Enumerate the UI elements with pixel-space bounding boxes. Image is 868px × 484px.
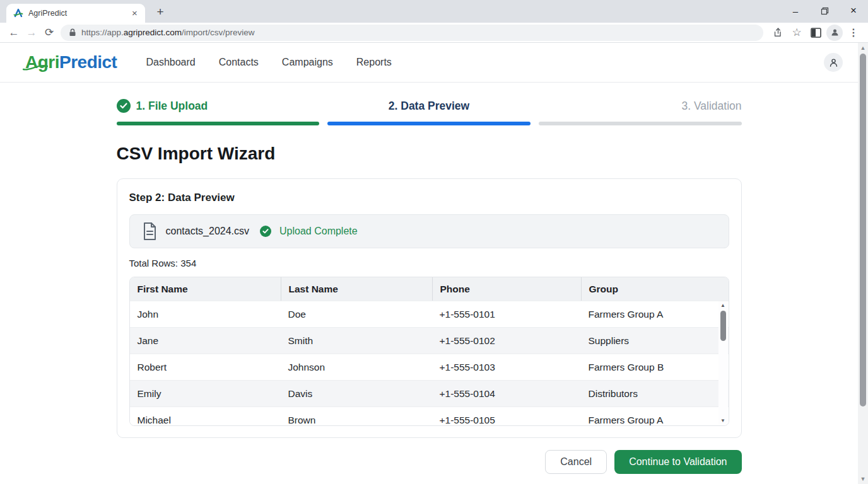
file-name: contacts_2024.csv — [166, 226, 250, 237]
url-bar[interactable]: https://app.agripredict.com/import/csv/p… — [61, 25, 763, 41]
table-cell: Distributors — [581, 388, 729, 400]
upload-status-text: Upload Complete — [279, 226, 358, 237]
scroll-up-icon[interactable]: ▲ — [858, 45, 868, 51]
favicon-agripredict-icon — [13, 8, 23, 18]
agripredict-logo: AgriPredict — [25, 52, 117, 72]
table-cell: Farmers Group A — [581, 309, 729, 320]
app-header: AgriPredict DashboardContactsCampaignsRe… — [0, 43, 868, 83]
scroll-up-icon[interactable]: ▲ — [718, 302, 728, 308]
page-scrollbar-thumb[interactable] — [860, 54, 866, 406]
tab-close-icon[interactable]: × — [129, 8, 140, 19]
main-nav: DashboardContactsCampaignsReports — [146, 57, 391, 68]
step-validation[interactable]: 3. Validation — [539, 98, 742, 125]
table-cell: Farmers Group A — [581, 415, 729, 426]
logo-swoosh-icon — [23, 62, 48, 71]
new-tab-button[interactable]: + — [152, 4, 168, 20]
step-file-upload[interactable]: 1. File Upload — [117, 98, 320, 125]
table-cell: +1-555-0104 — [432, 388, 581, 400]
window-close-button[interactable]: × — [839, 0, 868, 21]
window-restore-button[interactable] — [810, 0, 839, 21]
page-title: CSV Import Wizard — [117, 144, 742, 164]
preview-table: First NameLast NamePhoneGroup JohnDoe+1-… — [129, 277, 729, 426]
table-cell: Davis — [281, 388, 432, 400]
back-button[interactable]: ← — [5, 24, 23, 42]
table-cell: Suppliers — [581, 335, 729, 347]
browser-profile-button[interactable] — [825, 25, 844, 41]
table-cell: Robert — [130, 362, 281, 373]
scroll-down-icon[interactable]: ▼ — [858, 476, 868, 482]
avatar — [826, 25, 843, 41]
share-icon[interactable] — [768, 27, 787, 38]
step-progress-bar — [117, 122, 320, 125]
table-cell: Doe — [281, 309, 432, 320]
user-profile-button[interactable] — [824, 53, 843, 72]
forward-button[interactable]: → — [23, 24, 40, 42]
url-text: https://app.agripredict.com/import/csv/p… — [81, 28, 255, 37]
table-scrollbar[interactable]: ▲ ▼ — [718, 301, 728, 425]
step-progress-bar — [327, 122, 531, 125]
table-row: JaneSmith+1-555-0102Suppliers — [130, 327, 729, 354]
table-cell: +1-555-0102 — [432, 335, 581, 347]
step-label: 3. Validation — [681, 100, 741, 113]
bookmark-star-icon[interactable]: ☆ — [787, 26, 806, 39]
table-row: JohnDoe+1-555-0101Farmers Group A — [130, 301, 729, 327]
window-minimize-button[interactable]: – — [781, 0, 810, 21]
table-cell: Farmers Group B — [581, 362, 729, 373]
table-cell: +1-555-0101 — [432, 309, 581, 320]
column-header: First Name — [130, 277, 281, 301]
side-panel-icon[interactable] — [806, 28, 825, 38]
upload-complete-check-icon — [260, 226, 271, 237]
file-document-icon — [142, 222, 158, 241]
table-cell: Michael — [130, 415, 281, 426]
scroll-down-icon[interactable]: ▼ — [718, 418, 728, 424]
table-cell: +1-555-0105 — [432, 415, 581, 426]
table-row: MichaelBrown+1-555-0105Farmers Group A — [130, 406, 729, 426]
column-header: Phone — [432, 277, 581, 301]
column-header: Group — [581, 277, 729, 301]
total-rows-label: Total Rows: 354 — [129, 258, 729, 268]
table-row: EmilyDavis+1-555-0104Distributors — [130, 380, 729, 406]
tab-title: AgriPredict — [28, 9, 129, 18]
import-stepper: 1. File Upload 2. Data Preview 3. Valida… — [117, 98, 742, 125]
card-heading: Step 2: Data Preview — [129, 192, 729, 204]
step-complete-check-icon — [117, 99, 131, 113]
table-scrollbar-thumb[interactable] — [720, 311, 726, 341]
window-controls: – × — [781, 0, 868, 21]
table-header-row: First NameLast NamePhoneGroup — [130, 277, 729, 301]
step-progress-bar — [539, 122, 742, 125]
step-label: 2. Data Preview — [389, 100, 469, 113]
table-cell: Brown — [281, 415, 432, 426]
table-cell: Smith — [281, 335, 432, 347]
nav-item-dashboard[interactable]: Dashboard — [146, 57, 195, 68]
nav-item-campaigns[interactable]: Campaigns — [282, 57, 333, 68]
page-content: 1. File Upload 2. Data Preview 3. Valida… — [0, 83, 858, 484]
table-cell: John — [130, 309, 281, 320]
step-data-preview[interactable]: 2. Data Preview — [327, 98, 531, 125]
table-cell: +1-555-0103 — [432, 362, 581, 373]
page-scrollbar[interactable]: ▲ ▼ — [858, 43, 868, 484]
table-cell: Johnson — [281, 362, 432, 373]
table-cell: Emily — [130, 388, 281, 400]
uploaded-file-box: contacts_2024.csv Upload Complete — [129, 214, 729, 248]
data-preview-card: Step 2: Data Preview contacts_2024.csv U… — [117, 178, 742, 438]
table-body: JohnDoe+1-555-0101Farmers Group AJaneSmi… — [130, 301, 729, 426]
reload-button[interactable]: ⟳ — [40, 24, 58, 42]
continue-to-validation-button[interactable]: Continue to Validation — [614, 450, 741, 474]
restore-icon — [821, 7, 829, 15]
cancel-button[interactable]: Cancel — [545, 450, 607, 474]
wizard-footer-actions: Cancel Continue to Validation — [117, 450, 742, 474]
step-label: 1. File Upload — [136, 100, 208, 113]
column-header: Last Name — [281, 277, 432, 301]
table-row: RobertJohnson+1-555-0103Farmers Group B — [130, 354, 729, 380]
nav-item-contacts[interactable]: Contacts — [219, 57, 259, 68]
browser-tab-agripredict[interactable]: AgriPredict × — [6, 4, 145, 23]
lock-icon — [69, 28, 76, 37]
browser-tabstrip: AgriPredict × + – × — [0, 0, 868, 23]
browser-toolbar: ← → ⟳ https://app.agripredict.com/import… — [0, 23, 868, 43]
nav-item-reports[interactable]: Reports — [356, 57, 392, 68]
table-cell: Jane — [130, 335, 281, 347]
browser-menu-icon[interactable]: ⋮ — [844, 26, 863, 38]
